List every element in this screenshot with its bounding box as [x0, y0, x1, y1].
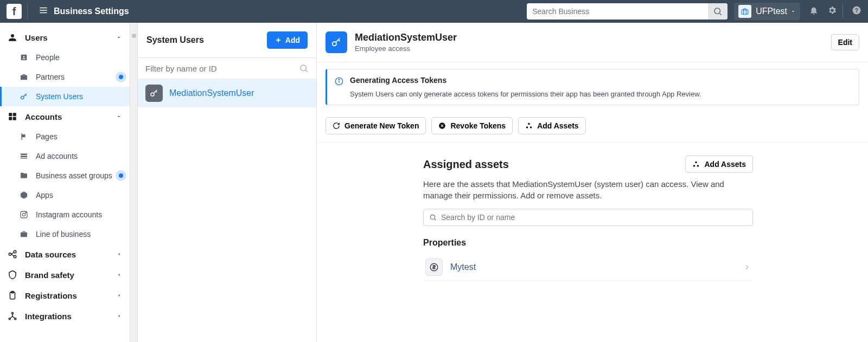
- svg-point-37: [339, 79, 339, 80]
- sidebar-item-label: Pages: [36, 132, 58, 141]
- add-system-user-button[interactable]: Add: [267, 31, 308, 49]
- sidebar-item-label: Business asset groups: [36, 171, 112, 180]
- svg-point-9: [23, 56, 25, 57]
- instagram-icon: [20, 210, 30, 219]
- add-assets-button[interactable]: Add Assets: [518, 117, 586, 134]
- topbar-divider: [27, 4, 28, 19]
- svg-rect-17: [21, 158, 27, 158]
- edit-button[interactable]: Edit: [831, 34, 859, 50]
- assets-heading: Assigned assets: [423, 158, 509, 171]
- sidebar-section-accounts[interactable]: Accounts: [0, 106, 130, 127]
- sidebar-item-asset-groups[interactable]: Business asset groups: [0, 166, 130, 185]
- sidebar-section-label: Users: [25, 33, 48, 42]
- briefcase-icon: [738, 5, 751, 18]
- settings-icon[interactable]: [827, 5, 837, 17]
- button-label: Add Assets: [704, 160, 746, 169]
- chevron-down-icon: [116, 34, 122, 41]
- filter-input[interactable]: [145, 64, 299, 73]
- chevron-right-icon: [117, 272, 122, 278]
- svg-rect-12: [13, 113, 16, 116]
- search-icon: [299, 63, 309, 73]
- account-switcher[interactable]: UFPtest: [734, 3, 800, 20]
- sidebar-section-users[interactable]: Users: [0, 27, 130, 48]
- assets-description: Here are the assets that MediationSystem…: [423, 178, 753, 201]
- chevron-right-icon: [117, 251, 122, 257]
- list-item-system-user[interactable]: MediationSystemUser: [138, 79, 316, 107]
- topbar-divider-2: [843, 4, 843, 19]
- svg-point-34: [333, 42, 336, 46]
- caret-down-icon: [790, 9, 796, 14]
- svg-rect-15: [21, 153, 27, 155]
- svg-point-26: [12, 312, 14, 314]
- sidebar-scrollbar[interactable]: [130, 23, 138, 342]
- sidebar-section-label: Integrations: [25, 312, 72, 321]
- detail-title: MediationSystemUser: [355, 32, 457, 43]
- list-title: System Users: [146, 35, 204, 45]
- flag-icon: [20, 132, 30, 141]
- sidebar-item-people[interactable]: People: [0, 48, 130, 67]
- generate-token-button[interactable]: Generate New Token: [326, 117, 426, 134]
- box-icon: [20, 191, 30, 199]
- sidebar-item-label: System Users: [36, 92, 83, 101]
- svg-point-41: [530, 126, 532, 128]
- info-box: Generating Access Tokens System Users ca…: [326, 69, 859, 105]
- key-icon: [145, 85, 163, 102]
- sidebar-item-label: Instagram accounts: [36, 210, 102, 219]
- sidebar-item-ad-accounts[interactable]: Ad accounts: [0, 146, 130, 166]
- dollar-icon: [425, 259, 443, 276]
- svg-point-40: [526, 126, 528, 128]
- svg-point-42: [695, 162, 698, 164]
- sidebar-item-pages[interactable]: Pages: [0, 127, 130, 146]
- sidebar-section-integrations[interactable]: Integrations: [0, 306, 130, 326]
- scrollbar-thumb[interactable]: [132, 34, 136, 38]
- svg-point-44: [697, 165, 699, 167]
- sidebar-item-label: Line of business: [36, 230, 91, 238]
- sidebar-item-apps[interactable]: Apps: [0, 185, 130, 205]
- sidebar-item-instagram[interactable]: Instagram accounts: [0, 205, 130, 224]
- sidebar-item-partners[interactable]: Partners: [0, 67, 130, 87]
- info-body: System Users can only generate access to…: [350, 90, 701, 98]
- svg-rect-5: [742, 10, 748, 14]
- info-title: Generating Access Tokens: [350, 76, 701, 85]
- badge-icon: [20, 53, 30, 62]
- list-column: System Users Add MediationSystemUser: [138, 23, 317, 342]
- detail-pane: MediationSystemUser Employee access Edit…: [317, 23, 868, 342]
- detail-subtitle: Employee access: [355, 44, 457, 53]
- asset-row[interactable]: Mytest: [423, 254, 753, 281]
- add-assets-button-secondary[interactable]: Add Assets: [685, 156, 753, 173]
- notifications-icon[interactable]: [809, 5, 819, 17]
- svg-rect-14: [13, 117, 16, 120]
- svg-point-39: [528, 123, 530, 125]
- button-label: Generate New Token: [344, 121, 419, 130]
- sidebar-section-label: Brand safety: [25, 270, 74, 280]
- global-search-input[interactable]: [527, 7, 708, 16]
- sidebar: Users People Partners: [0, 23, 130, 342]
- button-label: Revoke Tokens: [450, 121, 506, 130]
- facebook-logo[interactable]: f: [7, 4, 22, 19]
- help-icon[interactable]: ?: [852, 5, 861, 17]
- sidebar-section-brand-safety[interactable]: Brand safety: [0, 264, 130, 285]
- shield-icon: [8, 270, 18, 280]
- briefcase-icon: [20, 230, 30, 238]
- page-title: Business Settings: [54, 7, 129, 16]
- global-search: [527, 3, 727, 20]
- svg-point-19: [22, 213, 25, 216]
- chevron-right-icon: [117, 293, 122, 298]
- sidebar-section-data-sources[interactable]: Data sources: [0, 244, 130, 264]
- asset-name: Mytest: [450, 262, 743, 272]
- assets-search-input[interactable]: [441, 213, 747, 222]
- svg-text:?: ?: [855, 7, 858, 14]
- menu-icon[interactable]: [39, 5, 48, 17]
- svg-point-10: [21, 96, 24, 99]
- global-search-button[interactable]: [708, 3, 727, 20]
- chevron-right-icon: [117, 313, 122, 319]
- sidebar-item-lob[interactable]: Line of business: [0, 224, 130, 244]
- sidebar-item-system-users[interactable]: System Users: [0, 87, 130, 106]
- sidebar-item-label: Partners: [36, 73, 65, 81]
- svg-rect-16: [21, 156, 27, 157]
- sidebar-item-label: People: [36, 53, 60, 62]
- sidebar-section-registrations[interactable]: Registrations: [0, 285, 130, 306]
- revoke-tokens-button[interactable]: Revoke Tokens: [431, 117, 513, 134]
- info-icon: [335, 77, 343, 98]
- sidebar-section-label: Registrations: [25, 291, 77, 300]
